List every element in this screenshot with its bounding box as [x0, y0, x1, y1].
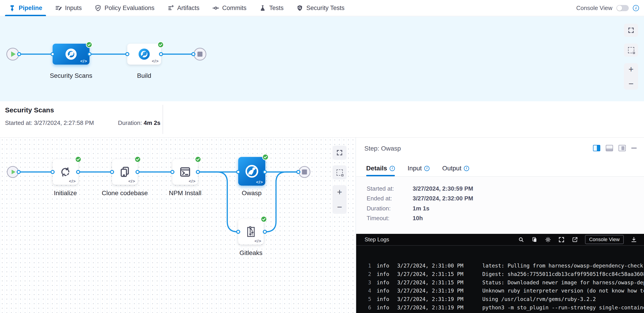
- tab-inputs[interactable]: Inputs: [52, 0, 86, 16]
- detail-row: Duration: 1m 1s: [367, 205, 430, 212]
- tab-output[interactable]: Output i: [442, 160, 469, 176]
- zoom-out-button[interactable]: −: [337, 203, 342, 211]
- stage-label[interactable]: Security Scans: [42, 72, 101, 79]
- layout-right-panel-button[interactable]: [593, 145, 600, 151]
- settings-gear-icon[interactable]: [545, 236, 551, 243]
- gitleaks-icon: [244, 225, 258, 238]
- code-icon[interactable]: </>: [80, 59, 87, 64]
- code-icon[interactable]: </>: [254, 239, 262, 244]
- code-icon[interactable]: </>: [128, 179, 135, 184]
- step-label[interactable]: Owasp: [222, 190, 281, 197]
- tab-output-label: Output: [442, 165, 461, 172]
- log-output[interactable]: 1info3/27/2024, 2:31:00 PMlatest: Pullin…: [356, 246, 644, 313]
- detail-value: 3/27/2024, 2:30:59 PM: [413, 185, 473, 192]
- ci-stage-icon: [138, 47, 151, 61]
- detail-label: Timeout:: [367, 215, 413, 222]
- copy-icon[interactable]: [531, 236, 538, 243]
- zoom-in-button[interactable]: +: [337, 188, 342, 196]
- console-view-toggle[interactable]: [616, 5, 629, 11]
- search-icon[interactable]: [518, 236, 524, 243]
- artifacts-icon: [167, 4, 174, 11]
- edge-port: [263, 230, 267, 234]
- step-logs-panel: Step Logs Console View: [356, 234, 644, 313]
- tab-input[interactable]: Input i: [408, 160, 430, 176]
- step-graph-canvas[interactable]: </> Initialize </> Clone codebase </> NP…: [0, 138, 356, 313]
- fullscreen-icon: [336, 149, 343, 156]
- marquee-select-icon: [628, 47, 634, 53]
- canvas-marquee-button[interactable]: [624, 43, 638, 57]
- code-icon[interactable]: </>: [189, 179, 196, 184]
- code-icon[interactable]: </>: [152, 59, 159, 64]
- canvas-zoom-control: + −: [332, 185, 346, 214]
- canvas-zoom-control: + −: [624, 63, 638, 90]
- step-label[interactable]: Gitleaks: [221, 249, 280, 257]
- stage-summary-band: Security Scans Started at: 3/27/2024, 2:…: [0, 101, 644, 138]
- minimize-panel-button[interactable]: [631, 148, 637, 149]
- stage-label[interactable]: Build: [114, 72, 174, 79]
- log-line: 6info3/27/2024, 2:31:19 PMpython3 -m sto…: [364, 304, 644, 312]
- edge-port: [191, 52, 196, 56]
- stage-graph-canvas[interactable]: </> Security Scans </> Build + −: [0, 16, 644, 101]
- fullscreen-icon[interactable]: [558, 236, 565, 243]
- ci-stage-icon: [64, 47, 78, 61]
- canvas-marquee-button[interactable]: [332, 165, 346, 179]
- success-check-icon: [195, 156, 201, 163]
- step-node-clone-codebase[interactable]: </>: [112, 159, 138, 185]
- pipeline-icon: [9, 4, 16, 11]
- tab-commits[interactable]: Commits: [208, 0, 250, 16]
- zoom-in-button[interactable]: +: [628, 65, 634, 73]
- step-node-gitleaks[interactable]: </>: [238, 219, 264, 245]
- edge-port: [263, 170, 267, 174]
- step-node-initialize[interactable]: </>: [52, 159, 78, 185]
- layout-bottom-panel-button[interactable]: [606, 145, 613, 151]
- canvas-fullscreen-button[interactable]: [624, 24, 638, 37]
- step-panel-tabs: Details i Input i Output i: [366, 160, 469, 176]
- tab-artifacts-label: Artifacts: [177, 4, 200, 11]
- step-node-owasp[interactable]: </>: [238, 157, 265, 186]
- toggle-knob: [617, 5, 622, 11]
- console-view-button[interactable]: Console View: [585, 235, 624, 244]
- tab-artifacts[interactable]: Artifacts: [164, 0, 203, 16]
- stage-started-at: Started at: 3/27/2024, 2:27:58 PM: [5, 119, 94, 126]
- info-icon[interactable]: i: [424, 166, 430, 171]
- success-check-icon: [134, 156, 141, 163]
- tab-security-tests[interactable]: Security Tests: [292, 0, 348, 16]
- edge-port: [196, 170, 200, 174]
- step-label[interactable]: Initialize: [36, 190, 95, 197]
- zoom-out-button[interactable]: −: [628, 79, 634, 88]
- edge-port: [17, 52, 21, 56]
- info-icon[interactable]: i: [464, 166, 469, 171]
- layout-floating-panel-button[interactable]: [618, 145, 626, 151]
- step-label[interactable]: Clone codebase: [95, 190, 154, 197]
- step-node-npm-install[interactable]: </>: [172, 159, 198, 185]
- step-details-section: Started at: 3/27/2024, 2:30:59 PM Ended …: [356, 177, 644, 234]
- info-icon[interactable]: i: [633, 5, 639, 11]
- tab-details[interactable]: Details i: [366, 160, 395, 176]
- canvas-fullscreen-button[interactable]: [332, 146, 346, 160]
- tab-pipeline[interactable]: Pipeline: [5, 0, 46, 16]
- initialize-sync-icon: [59, 165, 72, 179]
- edge-port: [136, 170, 140, 174]
- code-icon[interactable]: </>: [69, 179, 76, 184]
- code-icon[interactable]: </>: [256, 180, 263, 185]
- log-line: 2info3/27/2024, 2:31:15 PMDigest: sha256…: [364, 270, 644, 279]
- edge-port: [170, 170, 174, 174]
- detail-label: Duration:: [367, 205, 413, 212]
- detail-value: 1m 1s: [413, 205, 430, 212]
- tests-icon: [259, 4, 266, 11]
- download-icon[interactable]: [630, 236, 637, 243]
- step-label[interactable]: NPM Install: [156, 190, 215, 197]
- tab-policy-evaluations[interactable]: Policy Evaluations: [91, 0, 158, 16]
- stage-node-security-scans[interactable]: </>: [52, 44, 90, 65]
- info-icon[interactable]: i: [390, 166, 395, 171]
- edge-port: [50, 52, 55, 56]
- detail-row: Started at: 3/27/2024, 2:30:59 PM: [367, 185, 473, 192]
- edge-port: [76, 170, 80, 174]
- top-nav: Pipeline Inputs Policy Evaluations Artif…: [0, 0, 644, 16]
- detail-label: Started at:: [367, 185, 413, 192]
- stage-end-node[interactable]: [194, 48, 206, 60]
- stage-node-build[interactable]: </>: [127, 44, 161, 65]
- tab-tests[interactable]: Tests: [256, 0, 287, 16]
- log-line: 1info3/27/2024, 2:31:00 PMlatest: Pullin…: [364, 262, 644, 270]
- open-in-new-icon[interactable]: [572, 236, 578, 243]
